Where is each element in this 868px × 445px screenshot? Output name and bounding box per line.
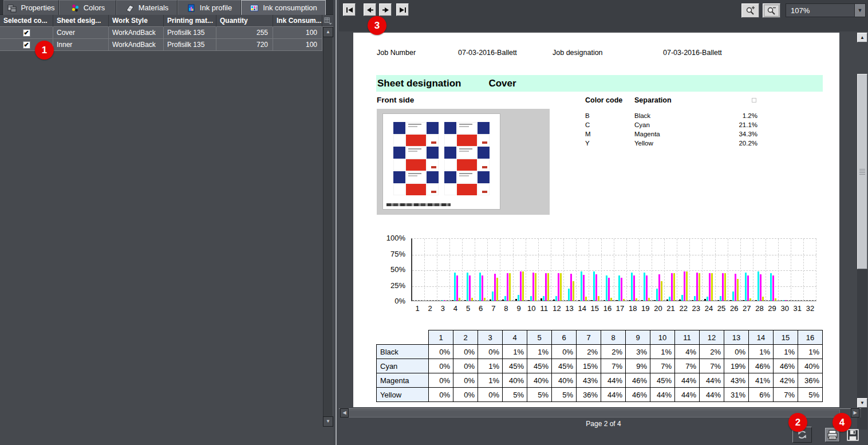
left-scroll-down-button[interactable]: ▼ bbox=[323, 416, 333, 427]
cell-quantity[interactable]: 255 bbox=[216, 27, 273, 39]
col-header-quantity[interactable]: Quantity bbox=[216, 15, 273, 27]
zone-value-cell: 0% bbox=[453, 345, 478, 359]
preview-scroll-up-button[interactable]: ▲ bbox=[857, 33, 867, 42]
cell-ink-consumption[interactable]: 100 bbox=[273, 27, 322, 39]
preview-horizontal-scrollbar-thumb[interactable] bbox=[348, 409, 840, 418]
chart-bar-cyan bbox=[669, 297, 670, 301]
pattern-cell bbox=[406, 171, 426, 183]
left-scroll-up-button[interactable]: ▲ bbox=[323, 27, 333, 37]
chart-x-tick-label: 22 bbox=[677, 304, 690, 313]
previous-page-button[interactable] bbox=[364, 3, 376, 16]
preview-vertical-scrollbar-thumb[interactable] bbox=[857, 74, 867, 269]
cell-quantity[interactable]: 720 bbox=[216, 39, 273, 51]
chart-bar-black bbox=[654, 300, 656, 301]
zone-value-cell: 0% bbox=[453, 359, 478, 373]
last-page-button[interactable] bbox=[396, 3, 409, 16]
chart-x-tick-label: 16 bbox=[601, 304, 614, 313]
zone-value-cell: 15% bbox=[577, 359, 601, 373]
zone-value-cell: 7% bbox=[774, 388, 798, 402]
chart-bar-yellow bbox=[737, 279, 739, 301]
first-page-button[interactable] bbox=[343, 3, 356, 16]
tab-ink-consumption[interactable]: Ink consumption bbox=[241, 0, 326, 15]
chart-bar-magenta bbox=[494, 274, 496, 301]
zone-value-cell: 7% bbox=[675, 359, 700, 373]
cell-sheet-designation[interactable]: Inner bbox=[53, 39, 109, 51]
combo-dropdown-button[interactable]: ▼ bbox=[854, 4, 865, 17]
col-header-sheet-designation[interactable]: Sheet desig... bbox=[53, 15, 109, 27]
chart-bar-black bbox=[743, 300, 744, 301]
pattern-cell bbox=[457, 135, 477, 147]
pattern-row bbox=[393, 122, 490, 134]
zoom-in-button[interactable] bbox=[741, 3, 759, 18]
preview-horizontal-scrollbar[interactable] bbox=[339, 408, 861, 418]
pattern-cell bbox=[478, 135, 490, 147]
chart-bar-black bbox=[502, 300, 504, 301]
zone-column-header: 15 bbox=[774, 330, 798, 345]
chart-zone-15 bbox=[589, 239, 602, 301]
table-row-cover[interactable]: ✔ Cover WorkAndBack Profisilk 135 255 10… bbox=[0, 27, 322, 39]
zone-value-cell: 1% bbox=[749, 345, 774, 359]
chart-bar-magenta bbox=[532, 273, 534, 301]
chart-bar-yellow bbox=[610, 298, 612, 301]
zone-value-cell: 0% bbox=[429, 359, 453, 373]
zone-row-label: Yellow bbox=[377, 388, 429, 402]
cell-work-style[interactable]: WorkAndBack bbox=[109, 27, 164, 39]
preview-scroll-right-button[interactable]: ▶ bbox=[851, 408, 859, 418]
row-selected-checkbox[interactable]: ✔ bbox=[23, 29, 30, 37]
chart-bar-cyan bbox=[492, 292, 494, 301]
chart-bar-magenta bbox=[684, 271, 685, 301]
zone-value-cell: 46% bbox=[749, 359, 774, 373]
column-chooser-button[interactable] bbox=[322, 15, 333, 27]
col-header-work-style[interactable]: Work Style bbox=[109, 15, 164, 27]
separation-name: Magenta bbox=[634, 131, 660, 137]
save-button[interactable] bbox=[846, 428, 860, 442]
row-selected-checkbox[interactable]: ✔ bbox=[23, 41, 30, 49]
pattern-gap bbox=[439, 184, 444, 196]
zoom-out-button[interactable] bbox=[763, 3, 780, 18]
cell-printing-material[interactable]: Profisilk 135 bbox=[164, 27, 216, 39]
preview-scroll-down-button[interactable]: ▼ bbox=[857, 398, 867, 408]
chevron-down-icon: ▼ bbox=[858, 7, 863, 13]
tab-materials[interactable]: Materials bbox=[116, 0, 177, 15]
cell-printing-material[interactable]: Profisilk 135 bbox=[164, 39, 216, 51]
chart-x-tick-label: 4 bbox=[449, 304, 461, 313]
chart-x-tick-label: 11 bbox=[538, 304, 550, 313]
zone-value-cell: 0% bbox=[724, 345, 749, 359]
left-vertical-scrollbar[interactable] bbox=[323, 27, 333, 416]
tab-colors[interactable]: Colors bbox=[59, 0, 116, 15]
cell-ink-consumption[interactable]: 100 bbox=[273, 39, 322, 51]
zone-value-cell: 44% bbox=[675, 388, 700, 402]
zone-value-cell: 2% bbox=[577, 345, 601, 359]
cell-sheet-designation[interactable]: Cover bbox=[53, 27, 109, 39]
chart-bar-magenta bbox=[482, 275, 483, 301]
chart-y-tick-label: 0% bbox=[371, 297, 405, 305]
chart-bar-magenta bbox=[608, 278, 610, 301]
chart-zone-10 bbox=[526, 239, 539, 301]
chart-x-tick-label: 32 bbox=[804, 304, 816, 313]
chart-zone-25 bbox=[716, 239, 728, 301]
chart-zone-12 bbox=[551, 239, 564, 301]
next-page-button[interactable] bbox=[379, 3, 392, 16]
tab-ink-profile[interactable]: Ink profile bbox=[177, 0, 241, 15]
col-header-printing-material[interactable]: Printing mat... bbox=[164, 15, 216, 27]
chart-bar-cyan bbox=[732, 292, 734, 301]
col-header-selected[interactable]: Selected co... bbox=[0, 15, 53, 27]
chart-y-tick-label: 25% bbox=[371, 281, 405, 290]
pattern-cell bbox=[478, 171, 490, 183]
chart-bar-black bbox=[717, 300, 719, 301]
tab-properties[interactable]: Properties bbox=[3, 0, 59, 15]
chart-bar-black bbox=[616, 300, 618, 301]
chart-bar-magenta bbox=[570, 274, 572, 301]
zone-value-cell: 41% bbox=[749, 373, 774, 388]
cell-work-style[interactable]: WorkAndBack bbox=[109, 39, 164, 51]
col-header-ink-consumption[interactable]: Ink Consum... bbox=[273, 15, 322, 27]
chart-bar-cyan bbox=[757, 271, 759, 301]
chart-bar-cyan bbox=[631, 273, 633, 301]
panel-splitter[interactable] bbox=[333, 0, 339, 445]
chart-x-tick-label: 6 bbox=[475, 304, 487, 313]
ink-chart-plot bbox=[412, 239, 816, 301]
chart-bar-cyan bbox=[656, 289, 658, 301]
ink-profile-icon bbox=[187, 3, 196, 13]
preview-scroll-left-button[interactable]: ◀ bbox=[340, 408, 349, 418]
zoom-level-combobox[interactable]: 107% ▼ bbox=[786, 3, 866, 17]
